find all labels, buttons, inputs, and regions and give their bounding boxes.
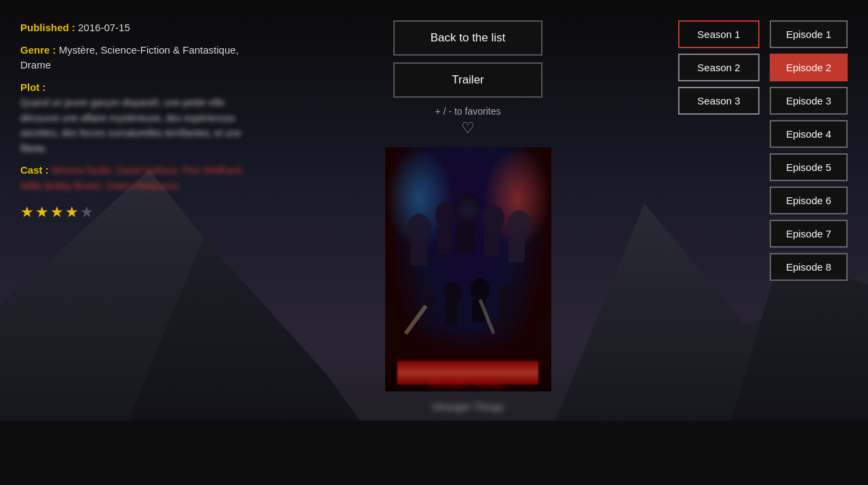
svg-rect-19 bbox=[446, 303, 458, 324]
star-4: ★ bbox=[65, 203, 79, 221]
svg-rect-15 bbox=[509, 239, 525, 263]
star-2: ★ bbox=[35, 203, 49, 221]
episode-1-button[interactable]: Episode 1 bbox=[770, 20, 848, 48]
episode-8-button[interactable]: Episode 8 bbox=[770, 253, 848, 281]
svg-rect-23 bbox=[500, 305, 512, 325]
svg-point-22 bbox=[498, 284, 516, 306]
heart-icon[interactable]: ♡ bbox=[461, 119, 475, 137]
movie-title-below: Stranger Things bbox=[432, 401, 504, 412]
rating-row: ★ ★ ★ ★ ★ bbox=[20, 203, 251, 221]
episode-6-button[interactable]: Episode 6 bbox=[770, 187, 848, 214]
cast-value: Winona Ryder, David Harbour, Finn Wolfha… bbox=[20, 165, 244, 191]
genre-label: Genre : bbox=[20, 44, 56, 56]
poster-container: Stranger Things bbox=[385, 147, 551, 391]
episode-3-button[interactable]: Episode 3 bbox=[770, 87, 848, 115]
poster-movie-title: Stranger Things bbox=[385, 378, 551, 391]
episode-2-button[interactable]: Episode 2 bbox=[770, 54, 848, 81]
svg-point-6 bbox=[407, 214, 431, 244]
cast-label: Cast : bbox=[20, 164, 49, 176]
right-panel: Season 1 Season 2 Season 3 Episode 1 Epi… bbox=[678, 14, 854, 471]
svg-point-10 bbox=[454, 192, 481, 225]
published-value: 2016-07-15 bbox=[78, 22, 130, 33]
published-row: Published : 2016-07-15 bbox=[20, 20, 251, 36]
star-3: ★ bbox=[50, 203, 64, 221]
svg-point-20 bbox=[471, 278, 490, 301]
back-to-list-button[interactable]: Back to the list bbox=[393, 20, 542, 56]
poster-image: Stranger Things bbox=[385, 147, 551, 391]
svg-point-16 bbox=[417, 286, 435, 307]
seasons-episodes-container: Season 1 Season 2 Season 3 Episode 1 Epi… bbox=[678, 20, 854, 281]
favorites-section: + / - to favorites ♡ bbox=[435, 106, 501, 137]
season-3-button[interactable]: Season 3 bbox=[678, 87, 760, 115]
plot-label: Plot : bbox=[20, 81, 46, 93]
genre-row: Genre : Mystère, Science-Fiction & Fanta… bbox=[20, 43, 251, 73]
left-panel: Published : 2016-07-15 Genre : Mystère, … bbox=[14, 14, 258, 471]
seasons-column: Season 1 Season 2 Season 3 bbox=[678, 20, 760, 115]
season-1-button[interactable]: Season 1 bbox=[678, 20, 760, 48]
favorites-text: + / - to favorites bbox=[435, 106, 501, 117]
center-panel: Back to the list Trailer + / - to favori… bbox=[258, 14, 678, 471]
star-1: ★ bbox=[20, 203, 34, 221]
svg-point-14 bbox=[507, 210, 532, 240]
svg-point-8 bbox=[435, 201, 457, 229]
star-5: ★ bbox=[80, 203, 94, 221]
svg-rect-13 bbox=[484, 231, 499, 256]
episode-7-button[interactable]: Episode 7 bbox=[770, 220, 848, 248]
plot-row: Plot : Quand un jeune garçon disparaît, … bbox=[20, 80, 251, 157]
episodes-column: Episode 1 Episode 2 Episode 3 Episode 4 … bbox=[770, 20, 848, 281]
season-2-button[interactable]: Season 2 bbox=[678, 54, 760, 81]
svg-point-18 bbox=[444, 282, 462, 304]
svg-rect-7 bbox=[411, 242, 427, 266]
cast-row: Cast : Winona Ryder, David Harbour, Finn… bbox=[20, 163, 251, 193]
svg-rect-11 bbox=[456, 223, 475, 254]
plot-value: Quand un jeune garçon disparaît, une pet… bbox=[20, 97, 241, 154]
published-label: Published : bbox=[20, 22, 75, 33]
trailer-button[interactable]: Trailer bbox=[393, 62, 542, 98]
episode-5-button[interactable]: Episode 5 bbox=[770, 153, 848, 181]
episode-4-button[interactable]: Episode 4 bbox=[770, 120, 848, 148]
svg-point-12 bbox=[483, 205, 505, 232]
svg-rect-9 bbox=[437, 227, 452, 254]
